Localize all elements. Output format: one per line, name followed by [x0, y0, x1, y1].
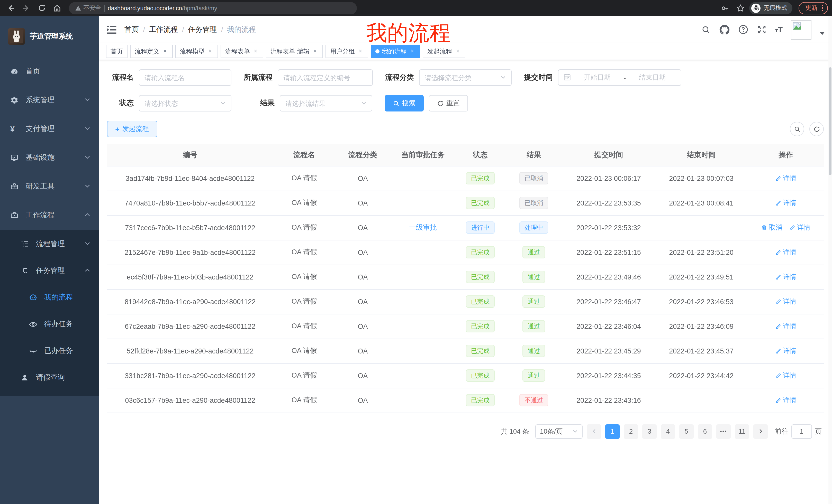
incognito-icon [751, 3, 760, 12]
current-task-link[interactable]: 一级审批 [409, 223, 437, 232]
detail-link[interactable]: 详情 [775, 297, 796, 306]
detail-link[interactable]: 详情 [775, 396, 796, 405]
process-name-input[interactable] [145, 74, 226, 81]
sidebar-item-home[interactable]: 首页 [0, 57, 99, 86]
password-key-icon[interactable] [718, 1, 732, 15]
tab-process-definition[interactable]: 流程定义× [130, 45, 173, 58]
browser-back-icon[interactable] [4, 1, 18, 15]
page-button-3[interactable]: 3 [642, 424, 657, 439]
status-badge: 已完成 [466, 369, 495, 382]
tab-process-form-edit[interactable]: 流程表单-编辑× [266, 45, 323, 58]
search-button[interactable]: 搜索 [385, 95, 424, 111]
close-icon[interactable]: × [357, 48, 364, 54]
end-date-placeholder[interactable]: 结束日期 [629, 73, 676, 82]
more-pages-button[interactable]: ••• [716, 424, 731, 439]
breadcrumb-workflow[interactable]: 工作流程 [149, 25, 178, 34]
close-icon[interactable]: × [312, 48, 318, 54]
start-process-button[interactable]: + 发起流程 [107, 121, 157, 137]
page-button-1[interactable]: 1 [605, 424, 620, 439]
close-icon[interactable]: × [454, 48, 461, 54]
tab-user-group[interactable]: 用户分组× [326, 45, 368, 58]
detail-link[interactable]: 详情 [775, 346, 796, 356]
sidebar-item-my-process[interactable]: 我的流程 [0, 284, 99, 311]
close-icon[interactable]: × [253, 48, 259, 54]
scrollbar-thumb[interactable] [829, 67, 831, 175]
status-select[interactable] [139, 95, 231, 111]
next-page-button[interactable] [753, 424, 768, 439]
address-bar[interactable]: 不安全 dashboard.yudao.iocoder.cn/bpm/task/… [69, 2, 357, 14]
sidebar-item-workflow[interactable]: 工作流程 [0, 201, 99, 230]
page-button-11[interactable]: 11 [735, 424, 749, 439]
browser-reload-icon[interactable] [35, 1, 48, 15]
breadcrumb-home[interactable]: 首页 [125, 25, 139, 34]
goto-page-input[interactable] [791, 424, 812, 439]
show-search-toggle-button[interactable] [790, 122, 804, 136]
status-select-input[interactable] [145, 100, 217, 107]
sidebar-collapse-icon[interactable] [106, 24, 117, 35]
sidebar-item-task-mgmt[interactable]: 任务管理 [0, 257, 99, 284]
sidebar-item-infra[interactable]: 基础设施 [0, 143, 99, 172]
result-badge: 已取消 [520, 172, 548, 185]
tab-process-model[interactable]: 流程模型× [175, 45, 218, 58]
avatar-caret-icon[interactable] [820, 32, 825, 35]
detail-link[interactable]: 详情 [775, 198, 796, 207]
refresh-table-button[interactable] [809, 122, 824, 136]
detail-link[interactable]: 详情 [789, 223, 810, 232]
sidebar-item-devtools[interactable]: 研发工具 [0, 172, 99, 201]
close-icon[interactable]: × [409, 48, 415, 54]
sidebar-item-process-mgmt[interactable]: 流程管理 [0, 231, 99, 257]
breadcrumb-task-mgmt[interactable]: 任务管理 [188, 25, 217, 34]
detail-link[interactable]: 详情 [775, 248, 796, 257]
prev-page-button[interactable] [587, 424, 601, 439]
page-size-select[interactable]: 10条/页 [535, 424, 582, 439]
reset-button[interactable]: 重置 [429, 95, 468, 111]
browser-menu-icon[interactable] [822, 5, 823, 11]
search-icon[interactable] [701, 24, 711, 35]
incognito-badge: 无痕模式 [749, 2, 792, 14]
detail-link[interactable]: 详情 [775, 321, 796, 331]
detail-link[interactable]: 详情 [775, 371, 796, 380]
tab-process-form[interactable]: 流程表单× [220, 45, 263, 58]
table-row: 3ad174fb-7b9d-11ec-8404-acde48001122 OA … [107, 166, 824, 191]
not-secure-warning[interactable]: 不安全 [75, 4, 101, 12]
github-icon[interactable] [720, 24, 730, 35]
detail-link[interactable]: 详情 [775, 272, 796, 282]
page-button-6[interactable]: 6 [698, 424, 712, 439]
page-button-2[interactable]: 2 [624, 424, 638, 439]
app-logo-row[interactable]: 芋道管理系统 [0, 16, 99, 57]
start-date-placeholder[interactable]: 开始日期 [574, 73, 621, 82]
cancel-link[interactable]: 取消 [761, 223, 782, 232]
process-id-input[interactable] [283, 74, 367, 81]
sidebar-item-leave-query[interactable]: 请假查询 [0, 364, 99, 391]
status-badge: 已完成 [466, 172, 495, 185]
tab-home[interactable]: 首页 [106, 45, 128, 58]
result-select-input[interactable] [285, 100, 358, 107]
page-button-5[interactable]: 5 [679, 424, 694, 439]
table-row: 52ffd28e-7b9a-11ec-a290-acde48001122 OA … [107, 339, 824, 363]
url-text[interactable]: dashboard.yudao.iocoder.cn/bpm/task/my [108, 5, 217, 11]
browser-home-icon[interactable] [50, 1, 64, 15]
browser-update-button[interactable]: 更新 [799, 2, 828, 14]
pencil-icon [775, 372, 781, 379]
bookmark-star-icon[interactable] [734, 1, 747, 15]
browser-forward-icon[interactable] [20, 1, 33, 15]
close-icon[interactable]: × [162, 48, 168, 54]
avatar[interactable] [791, 20, 811, 39]
close-icon[interactable]: × [207, 48, 213, 54]
category-select-input[interactable] [425, 74, 497, 81]
help-icon[interactable] [738, 24, 749, 35]
page-button-4[interactable]: 4 [661, 424, 675, 439]
result-select[interactable] [280, 95, 372, 111]
sidebar-item-todo-tasks[interactable]: 待办任务 [0, 311, 99, 338]
submit-time-range-picker[interactable]: 开始日期 - 结束日期 [558, 69, 681, 86]
flow-tree-icon [21, 267, 29, 275]
detail-link[interactable]: 详情 [775, 174, 796, 183]
result-badge: 通过 [523, 271, 545, 283]
scrollbar[interactable] [828, 16, 832, 504]
fullscreen-icon[interactable] [757, 24, 767, 35]
sidebar-item-payment[interactable]: ¥ 支付管理 [0, 115, 99, 143]
font-size-icon[interactable]: тT [775, 25, 783, 34]
sidebar-item-system[interactable]: 系统管理 [0, 86, 99, 115]
category-select[interactable] [419, 69, 512, 86]
sidebar-item-done-tasks[interactable]: 已办任务 [0, 338, 99, 364]
